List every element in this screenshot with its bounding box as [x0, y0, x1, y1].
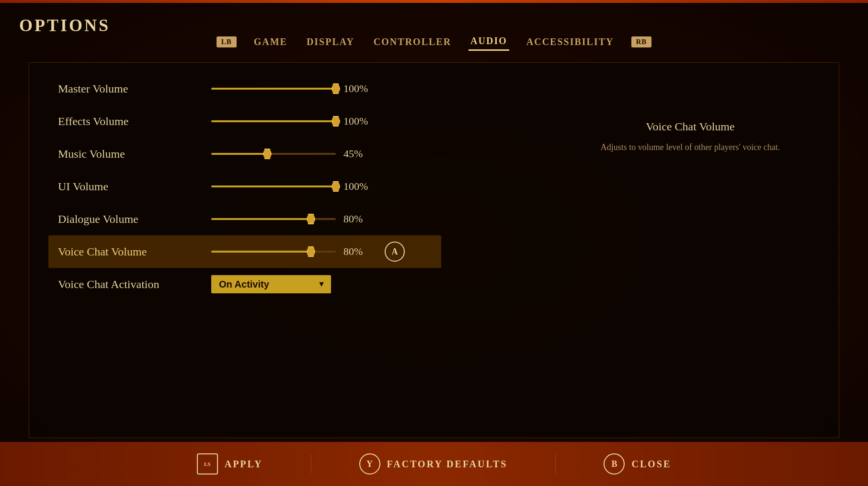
effects-volume-slider-container[interactable]: 100% — [211, 115, 432, 127]
close-action[interactable]: B CLOSE — [604, 453, 671, 474]
dialogue-volume-value: 80% — [343, 213, 372, 225]
tab-accessibility[interactable]: ACCESSIBILITY — [525, 34, 616, 50]
ui-volume-label: UI Volume — [58, 180, 211, 193]
dialogue-volume-slider-container[interactable]: 80% — [211, 213, 432, 225]
dialogue-volume-label: Dialogue Volume — [58, 213, 211, 226]
voice-chat-volume-label: Voice Chat Volume — [58, 245, 211, 258]
voice-chat-activation-select[interactable]: On Activity Push to Talk Always On Off — [211, 275, 331, 293]
setting-row-dialogue-volume: Dialogue Volume 80% — [48, 203, 441, 235]
music-volume-label: Music Volume — [58, 148, 211, 161]
setting-row-voice-chat-activation: Voice Chat Activation On Activity Push t… — [48, 268, 441, 301]
ui-volume-fill — [211, 185, 336, 187]
setting-row-ui-volume: UI Volume 100% — [48, 170, 441, 203]
a-button[interactable]: A — [385, 242, 405, 262]
voice-chat-activation-dropdown[interactable]: On Activity Push to Talk Always On Off ▼ — [211, 275, 331, 293]
factory-defaults-action[interactable]: Y FACTORY DEFAULTS — [359, 453, 508, 474]
rb-badge[interactable]: RB — [631, 36, 652, 47]
description-title: Voice Chat Volume — [571, 120, 810, 133]
setting-row-music-volume: Music Volume 45% — [48, 138, 441, 170]
music-volume-thumb[interactable] — [263, 149, 272, 159]
ui-volume-thumb[interactable] — [331, 181, 340, 192]
effects-volume-value: 100% — [343, 115, 372, 127]
music-volume-value: 45% — [343, 148, 372, 160]
ui-volume-value: 100% — [343, 180, 372, 193]
apply-label: APPLY — [225, 459, 263, 470]
ui-volume-track[interactable] — [211, 185, 336, 187]
tab-audio[interactable]: AUDIO — [468, 33, 509, 51]
setting-row-effects-volume: Effects Volume 100% — [48, 105, 441, 138]
settings-list: Master Volume 100% Effects Volume 100% — [48, 72, 441, 301]
master-volume-label: Master Volume — [58, 82, 211, 95]
master-volume-slider-container[interactable]: 100% — [211, 82, 432, 95]
voice-chat-volume-value: 80% — [343, 245, 372, 258]
close-label: CLOSE — [631, 459, 671, 470]
master-volume-value: 100% — [343, 82, 372, 95]
master-volume-track[interactable] — [211, 88, 336, 90]
bottom-bar: LS APPLY Y FACTORY DEFAULTS B CLOSE — [0, 442, 868, 486]
lb-badge[interactable]: LB — [217, 36, 237, 47]
main-panel: Master Volume 100% Effects Volume 100% — [29, 62, 839, 438]
apply-action[interactable]: LS APPLY — [197, 453, 263, 474]
master-volume-fill — [211, 88, 336, 90]
factory-defaults-label: FACTORY DEFAULTS — [387, 459, 508, 470]
voice-chat-volume-thumb[interactable] — [307, 246, 315, 257]
divider-1 — [311, 454, 311, 474]
tab-display[interactable]: DISPLAY — [305, 34, 356, 50]
voice-chat-activation-label: Voice Chat Activation — [58, 278, 211, 291]
dialogue-volume-track[interactable] — [211, 218, 336, 220]
master-volume-thumb[interactable] — [331, 83, 340, 94]
effects-volume-label: Effects Volume — [58, 115, 211, 128]
effects-volume-track[interactable] — [211, 120, 336, 122]
effects-volume-fill — [211, 120, 336, 122]
b-badge: B — [604, 453, 625, 474]
setting-row-voice-chat-volume: Voice Chat Volume 80% A — [48, 235, 441, 268]
setting-row-master-volume: Master Volume 100% — [48, 72, 441, 105]
ls-badge: LS — [197, 453, 218, 474]
description-text: Adjusts to volume level of other players… — [571, 141, 810, 154]
dialogue-volume-thumb[interactable] — [307, 214, 315, 224]
tab-game[interactable]: GAME — [252, 34, 289, 50]
divider-2 — [555, 454, 556, 474]
dialogue-volume-fill — [211, 218, 311, 220]
tab-navigation: LB GAME DISPLAY CONTROLLER AUDIO ACCESSI… — [0, 33, 868, 51]
voice-chat-volume-fill — [211, 251, 311, 253]
y-badge: Y — [359, 453, 380, 474]
effects-volume-thumb[interactable] — [331, 116, 340, 127]
description-panel: Voice Chat Volume Adjusts to volume leve… — [571, 120, 810, 154]
music-volume-track[interactable] — [211, 153, 336, 155]
tab-controller[interactable]: CONTROLLER — [372, 34, 453, 50]
ui-volume-slider-container[interactable]: 100% — [211, 180, 432, 193]
top-stripe — [0, 0, 868, 3]
voice-chat-volume-track[interactable] — [211, 251, 336, 253]
voice-chat-volume-slider-container[interactable]: 80% A — [211, 242, 432, 262]
music-volume-slider-container[interactable]: 45% — [211, 148, 432, 160]
music-volume-fill — [211, 153, 267, 155]
